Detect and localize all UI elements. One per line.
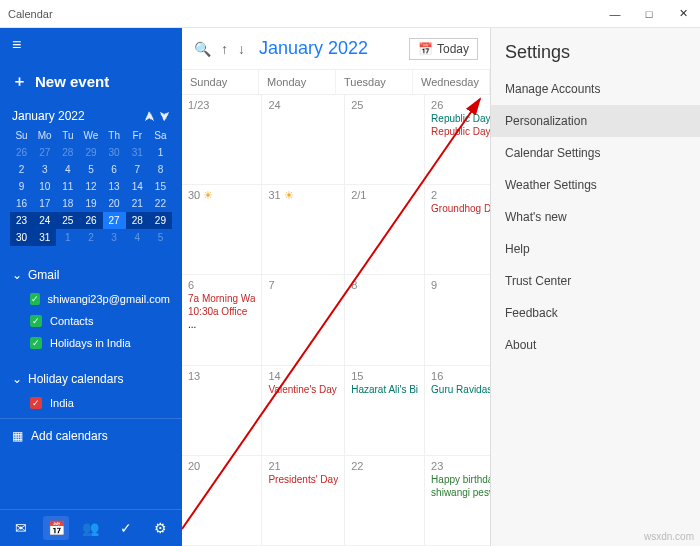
new-event-button[interactable]: ＋ New event [0,62,182,101]
day-cell[interactable]: 15Hazarat Ali's Bi [345,366,425,456]
settings-item-trust-center[interactable]: Trust Center [491,265,700,297]
settings-item-weather-settings[interactable]: Weather Settings [491,169,700,201]
more-events[interactable]: ... [188,319,255,330]
day-number: 24 [268,99,338,111]
app-title: Calendar [8,8,53,20]
settings-item-what-s-new[interactable]: What's new [491,201,700,233]
day-number: 14 [268,370,338,382]
day-number: 2/1 [351,189,418,201]
main-area: 🔍 ↑ ↓ January 2022 📅Today Sunday Monday … [182,28,490,546]
day-number: 2 [431,189,490,201]
checkbox-icon[interactable]: ✓ [30,337,42,349]
day-number: 7 [268,279,338,291]
weekday-header: Sunday Monday Tuesday Wednesday [182,70,490,95]
titlebar: Calendar — □ ✕ [0,0,700,28]
mail-icon[interactable]: ✉ [8,516,34,540]
day-cell[interactable]: 31 ☀ [262,185,345,275]
day-cell[interactable]: 13 [182,366,262,456]
event[interactable]: Valentine's Day [268,384,338,395]
watermark: wsxdn.com [644,531,694,542]
search-icon[interactable]: 🔍 [194,41,211,57]
day-number: 25 [351,99,418,111]
mini-calendar[interactable]: January 2022 ⮝⮟ SuMoTuWeThFrSa 262728293… [0,101,182,254]
day-cell[interactable]: 1/23 [182,95,262,185]
month-title: January 2022 [259,38,368,59]
event[interactable]: Republic Day [431,126,490,137]
calendar-icon[interactable]: 📅 [43,516,69,540]
day-cell[interactable]: 23Happy birthdayshiwangi peswa [425,456,490,546]
next-week-icon[interactable]: ↓ [238,41,245,57]
day-number: 6 [188,279,255,291]
settings-panel: Settings Manage AccountsPersonalizationC… [490,28,700,546]
settings-item-about[interactable]: About [491,329,700,361]
event[interactable]: 10:30a Office [188,306,255,317]
settings-item-calendar-settings[interactable]: Calendar Settings [491,137,700,169]
day-number: 9 [431,279,490,291]
day-cell[interactable]: 14Valentine's Day [262,366,345,456]
checkbox-icon[interactable]: ✓ [30,397,42,409]
event[interactable]: Hazarat Ali's Bi [351,384,418,395]
day-cell[interactable]: 8 [345,275,425,365]
event[interactable]: 7a Morning Wa [188,293,255,304]
day-cell[interactable]: 16Guru Ravidas Ja [425,366,490,456]
event[interactable]: Republic Day [431,113,490,124]
chevron-down-icon: ⌄ [12,372,22,386]
settings-icon[interactable]: ⚙ [148,516,174,540]
day-cell[interactable]: 2Groundhog Day [425,185,490,275]
day-cell[interactable]: 2/1 [345,185,425,275]
event[interactable]: Happy birthday [431,474,490,485]
calendar-item[interactable]: ✓India [12,392,170,414]
weekday: Wednesday [413,70,490,94]
group-header[interactable]: ⌄Holiday calendars [12,366,170,392]
today-button[interactable]: 📅Today [409,38,478,60]
day-cell[interactable]: 21Presidents' Day [262,456,345,546]
settings-item-personalization[interactable]: Personalization [491,105,700,137]
settings-item-manage-accounts[interactable]: Manage Accounts [491,73,700,105]
mini-next-icon[interactable]: ⮟ [159,110,170,122]
group-header[interactable]: ⌄Gmail [12,262,170,288]
day-cell[interactable]: 9 [425,275,490,365]
day-cell[interactable]: 26Republic DayRepublic Day [425,95,490,185]
event[interactable]: shiwangi peswa [431,487,490,498]
day-number: 21 [268,460,338,472]
calendar-group-gmail: ⌄Gmail ✓shiwangi23p@gmail.com ✓Contacts … [0,254,182,358]
calendar-item[interactable]: ✓Contacts [12,310,170,332]
event[interactable]: Guru Ravidas Ja [431,384,490,395]
new-event-label: New event [35,73,109,90]
calendar-item[interactable]: ✓shiwangi23p@gmail.com [12,288,170,310]
calendar-item[interactable]: ✓Holidays in India [12,332,170,354]
day-cell[interactable]: 25 [345,95,425,185]
add-calendars-button[interactable]: ▦ Add calendars [0,418,182,453]
day-cell[interactable]: 22 [345,456,425,546]
day-cell[interactable]: 24 [262,95,345,185]
hamburger-icon[interactable]: ≡ [0,28,182,62]
day-number: 23 [431,460,490,472]
people-icon[interactable]: 👥 [78,516,104,540]
checkbox-icon[interactable]: ✓ [30,315,42,327]
todo-icon[interactable]: ✓ [113,516,139,540]
window-maximize[interactable]: □ [632,0,666,28]
checkbox-icon[interactable]: ✓ [30,293,40,305]
day-cell[interactable]: 67a Morning Wa10:30a Office... [182,275,262,365]
day-cell[interactable]: 7 [262,275,345,365]
weekday: Tuesday [336,70,413,94]
window-close[interactable]: ✕ [666,0,700,28]
calendar-plus-icon: ▦ [12,429,23,443]
day-number: 20 [188,460,255,472]
prev-week-icon[interactable]: ↑ [221,41,228,57]
mini-calendar-grid[interactable]: SuMoTuWeThFrSa 2627282930311 2345678 910… [10,127,172,246]
sidebar: ≡ ＋ New event January 2022 ⮝⮟ SuMoTuWeTh… [0,28,182,546]
plus-icon: ＋ [12,72,27,91]
event[interactable]: Presidents' Day [268,474,338,485]
day-cell[interactable]: 20 [182,456,262,546]
settings-item-help[interactable]: Help [491,233,700,265]
day-number: 16 [431,370,490,382]
event[interactable]: Groundhog Day [431,203,490,214]
window-minimize[interactable]: — [598,0,632,28]
calendar-grid[interactable]: 1/23242526Republic DayRepublic Day30 ☀31… [182,95,490,546]
mini-prev-icon[interactable]: ⮝ [144,110,155,122]
day-number: 1/23 [188,99,255,111]
settings-item-feedback[interactable]: Feedback [491,297,700,329]
day-cell[interactable]: 30 ☀ [182,185,262,275]
bottom-bar: ✉ 📅 👥 ✓ ⚙ [0,509,182,546]
